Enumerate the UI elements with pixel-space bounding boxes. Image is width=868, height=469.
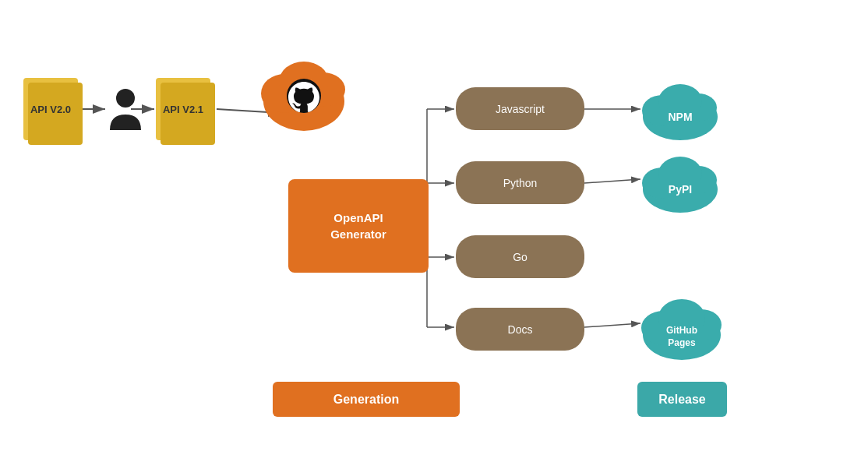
sdk-go-label: Go: [513, 251, 528, 263]
sdk-javascript-label: Javascript: [496, 103, 545, 115]
sdk-docs-box: Docs: [456, 308, 584, 351]
svg-point-13: [116, 89, 135, 108]
github-pages-cloud: GitHub Pages: [637, 287, 727, 365]
api-v20-label: API V2.0: [30, 104, 71, 115]
sdk-docs-label: Docs: [508, 323, 533, 336]
api-v20-box: API V2.0: [23, 78, 78, 140]
diagram: API V2.0 API V2.1 OpenAPI Generator: [0, 0, 868, 469]
openapi-generator-label: OpenAPI Generator: [330, 210, 386, 242]
npm-cloud: NPM: [637, 74, 723, 144]
release-label: Release: [637, 382, 727, 417]
sdk-go-box: Go: [456, 235, 584, 278]
svg-text:GitHub: GitHub: [666, 325, 697, 336]
pypi-cloud: PyPI: [637, 146, 723, 217]
generation-text: Generation: [333, 393, 399, 407]
person-icon: [106, 87, 145, 126]
release-text: Release: [658, 393, 706, 407]
svg-text:NPM: NPM: [668, 111, 692, 123]
sdk-javascript-box: Javascript: [456, 87, 584, 130]
sdk-python-label: Python: [503, 177, 538, 189]
github-cloud: [257, 51, 351, 136]
svg-text:PyPI: PyPI: [669, 183, 692, 196]
svg-line-11: [584, 179, 640, 183]
svg-text:Pages: Pages: [668, 337, 696, 348]
svg-line-12: [584, 323, 640, 327]
api-v21-box: API V2.1: [156, 78, 210, 140]
sdk-python-box: Python: [456, 161, 584, 204]
openapi-generator-box: OpenAPI Generator: [288, 179, 429, 273]
api-v21-label: API V2.1: [163, 104, 203, 115]
generation-label: Generation: [273, 382, 460, 417]
